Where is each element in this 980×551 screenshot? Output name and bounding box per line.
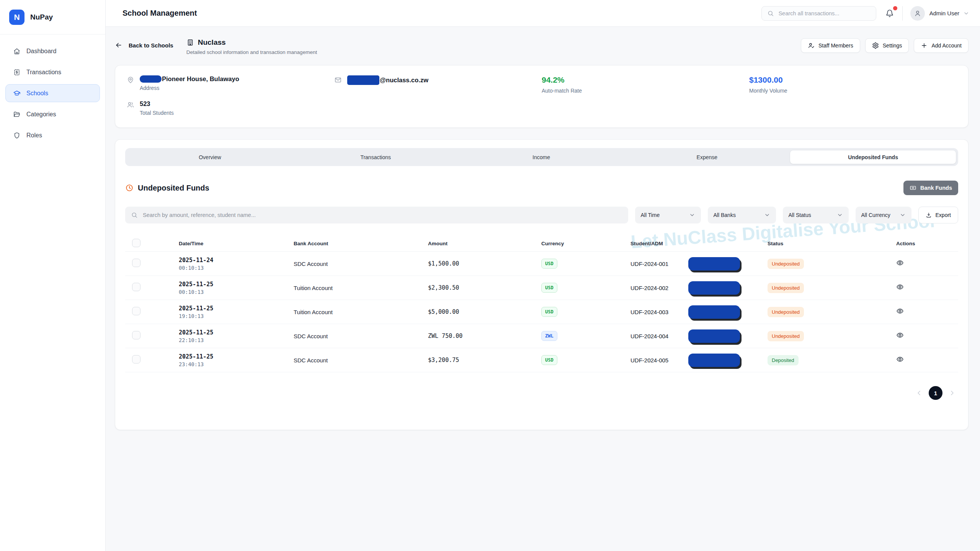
row-student-ref: UDF-2024-005 xyxy=(630,357,668,364)
auto-match-value: 94.2% xyxy=(542,75,749,85)
folder-open-icon xyxy=(13,111,21,118)
row-time: 23:40:13 xyxy=(179,361,294,367)
tab-transactions[interactable]: Transactions xyxy=(293,150,459,164)
app-root: N NuPay Dashboard Transactions Schools xyxy=(0,0,980,551)
export-button[interactable]: Export xyxy=(918,207,958,223)
row-checkbox[interactable] xyxy=(132,331,140,339)
view-details-eye-icon[interactable] xyxy=(896,355,904,363)
chevron-down-icon[interactable] xyxy=(963,10,969,16)
row-date: 2025-11-25 xyxy=(179,329,294,336)
download-icon xyxy=(926,212,932,218)
table-row: 2025-11-25 22:10:13 SDC Account ZWL 750.… xyxy=(125,324,958,348)
back-to-schools-link[interactable]: Back to Schools xyxy=(115,41,173,49)
school-title-block: Nuclass Detailed school information and … xyxy=(186,38,317,55)
sidebar-item-schools[interactable]: Schools xyxy=(5,84,100,102)
page-number[interactable]: 1 xyxy=(929,386,942,400)
add-account-button[interactable]: Add Account xyxy=(914,38,969,53)
students-item: 523 Total Students xyxy=(127,100,334,116)
chevron-right-icon[interactable] xyxy=(948,389,956,397)
chevron-down-icon xyxy=(900,212,906,218)
filter-all-time[interactable]: All Time xyxy=(635,207,701,223)
building-icon xyxy=(186,39,194,46)
row-amount: $2,300.50 xyxy=(428,284,541,291)
sidebar-item-label: Transactions xyxy=(26,69,61,76)
monthly-volume-label: Monthly Volume xyxy=(749,88,957,94)
tab-expense[interactable]: Expense xyxy=(624,150,790,164)
redacted-address-prefix xyxy=(140,75,162,83)
global-search-input[interactable] xyxy=(778,10,871,17)
row-checkbox[interactable] xyxy=(132,307,140,315)
settings-button[interactable]: Settings xyxy=(865,38,909,53)
address-item: Pioneer House, Bulawayo Address xyxy=(127,75,334,91)
clock-icon xyxy=(125,184,134,192)
sidebar-item-dashboard[interactable]: Dashboard xyxy=(5,42,100,60)
col-student-adm: Student/ADM xyxy=(630,241,768,246)
view-details-eye-icon[interactable] xyxy=(896,283,904,291)
table-row: 2025-11-25 23:40:13 SDC Account $3,200.7… xyxy=(125,348,958,372)
table-search-input[interactable] xyxy=(142,212,622,218)
topbar: School Management Admin User xyxy=(106,0,980,27)
funds-card: Let NuClass Digitalise Your School Overv… xyxy=(115,139,969,430)
col-bank-account: Bank Account xyxy=(294,241,428,246)
bank-funds-button[interactable]: Bank Funds xyxy=(903,181,958,195)
topbar-right: Admin User xyxy=(761,6,969,21)
col-currency: Currency xyxy=(541,241,630,246)
chevron-down-icon xyxy=(764,212,770,218)
col-amount: Amount xyxy=(428,241,541,246)
row-time: 19:10:13 xyxy=(179,313,294,319)
tab-undeposited-funds[interactable]: Undeposited Funds xyxy=(790,150,956,164)
table-row: 2025-11-24 00:10:13 SDC Account $1,500.0… xyxy=(125,252,958,276)
brand: N NuPay xyxy=(0,0,105,34)
filter-all-banks[interactable]: All Banks xyxy=(708,207,776,223)
sidebar-item-categories[interactable]: Categories xyxy=(5,105,100,123)
tab-overview[interactable]: Overview xyxy=(127,150,293,164)
avatar[interactable] xyxy=(910,6,925,21)
view-details-eye-icon[interactable] xyxy=(896,331,904,339)
row-student-ref: UDF-2024-004 xyxy=(630,333,668,339)
row-checkbox[interactable] xyxy=(132,283,140,291)
redacted-student-name xyxy=(688,305,740,319)
filter-all-currency[interactable]: All Currency xyxy=(856,207,911,223)
pagination: 1 xyxy=(125,386,958,400)
section-head: Undeposited Funds Bank Funds xyxy=(125,181,958,195)
user-name[interactable]: Admin User xyxy=(929,10,959,16)
sidebar-item-transactions[interactable]: Transactions xyxy=(5,63,100,81)
row-bank-account: SDC Account xyxy=(294,261,428,267)
view-details-eye-icon[interactable] xyxy=(896,307,904,315)
row-checkbox[interactable] xyxy=(132,355,140,364)
home-icon xyxy=(13,47,21,55)
notifications-button[interactable] xyxy=(885,9,894,18)
school-name: Nuclass xyxy=(198,38,226,47)
filter-all-status[interactable]: All Status xyxy=(783,207,849,223)
tab-income[interactable]: Income xyxy=(459,150,624,164)
select-all-checkbox[interactable] xyxy=(132,239,140,247)
row-amount: ZWL 750.00 xyxy=(428,333,541,339)
sidebar: N NuPay Dashboard Transactions Schools xyxy=(0,0,106,551)
header-actions: Staff Members Settings Add Account xyxy=(801,38,969,53)
chevron-left-icon[interactable] xyxy=(915,389,923,397)
redacted-student-name xyxy=(688,257,740,271)
school-header: Back to Schools Nuclass Detailed school … xyxy=(115,38,969,55)
staff-members-button[interactable]: Staff Members xyxy=(801,38,860,53)
funds-table: Date/Time Bank Account Amount Currency S… xyxy=(125,236,958,372)
sidebar-item-label: Schools xyxy=(26,90,48,97)
brand-name: NuPay xyxy=(30,13,53,21)
row-time: 22:10:13 xyxy=(179,337,294,343)
status-badge: Undeposited xyxy=(768,331,804,341)
row-bank-account: SDC Account xyxy=(294,357,428,364)
email-value: @nuclass.co.zw xyxy=(380,77,428,84)
redacted-student-name xyxy=(688,354,740,367)
main-area: School Management Admin User xyxy=(106,0,980,551)
arrow-left-icon xyxy=(115,41,122,49)
currency-badge: USD xyxy=(541,283,557,293)
row-checkbox[interactable] xyxy=(132,259,140,267)
view-details-eye-icon[interactable] xyxy=(896,259,904,267)
search-icon xyxy=(131,212,138,218)
col-status: Status xyxy=(768,241,894,246)
row-date: 2025-11-25 xyxy=(179,281,294,288)
table-body: 2025-11-24 00:10:13 SDC Account $1,500.0… xyxy=(125,252,958,372)
notification-dot xyxy=(893,6,897,10)
sidebar-item-roles[interactable]: Roles xyxy=(5,126,100,144)
address-label: Address xyxy=(140,85,239,91)
auto-match-label: Auto-match Rate xyxy=(542,88,749,94)
